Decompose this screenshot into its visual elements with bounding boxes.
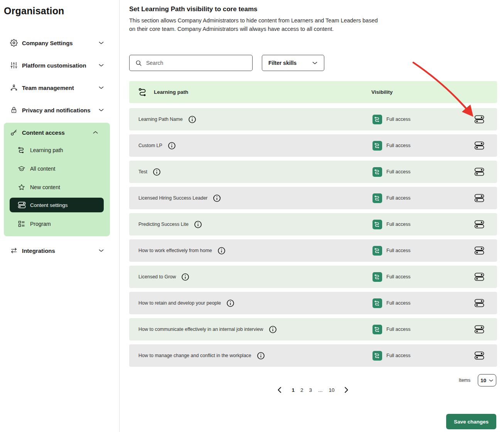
info-icon[interactable] xyxy=(213,194,221,202)
items-per-page-value: 10 xyxy=(480,378,486,383)
learning-path-badge-icon xyxy=(373,115,382,124)
visibility-settings-icon[interactable] xyxy=(474,141,484,150)
visibility-value: Full access xyxy=(386,327,411,332)
learning-path-name: How to retain and develop your people xyxy=(138,300,221,306)
visibility-settings-icon[interactable] xyxy=(474,193,484,203)
info-icon[interactable] xyxy=(226,299,234,307)
sidebar-item-label: Content access xyxy=(22,129,65,136)
learning-path-name: How to communicate effectively in an int… xyxy=(138,327,263,332)
program-list-icon xyxy=(18,220,25,228)
sidebar-item-label: Learning path xyxy=(30,147,63,153)
sidebar-item-company-settings[interactable]: Company Settings xyxy=(0,37,120,48)
sidebar-item-new-content[interactable]: New content xyxy=(4,181,110,193)
info-icon[interactable] xyxy=(153,168,161,176)
chevron-down-icon xyxy=(98,63,104,67)
info-icon[interactable] xyxy=(194,220,202,229)
chevron-down-icon xyxy=(98,108,104,112)
previous-page-icon[interactable] xyxy=(277,387,282,393)
visibility-settings-icon[interactable] xyxy=(474,220,484,229)
table-row: Predicting Success Lite Full access xyxy=(129,213,497,235)
info-icon[interactable] xyxy=(188,115,196,124)
content-access-group: Content access Learning path All content xyxy=(4,123,110,236)
info-icon[interactable] xyxy=(168,142,176,150)
visibility-settings-icon[interactable] xyxy=(474,298,484,308)
page-number[interactable]: 1 xyxy=(291,387,296,393)
search-icon xyxy=(135,59,142,67)
main-content: Set Learning Path visibility to core tea… xyxy=(129,0,497,432)
sidebar-item-label: Team management xyxy=(22,85,74,91)
info-icon[interactable] xyxy=(217,247,226,255)
visibility-value: Full access xyxy=(386,222,411,227)
learning-path-badge-icon xyxy=(373,141,382,151)
learning-path-name: How to work effectively from home xyxy=(138,248,212,253)
sidebar-item-integrations[interactable]: Integrations xyxy=(0,245,120,256)
team-icon xyxy=(10,84,18,91)
visibility-value: Full access xyxy=(386,169,411,174)
key-icon xyxy=(10,129,18,136)
graduation-cap-icon xyxy=(18,165,25,173)
filter-skills-dropdown[interactable]: Filter skills xyxy=(262,55,324,71)
column-header-learning-path: Learning path xyxy=(154,89,188,95)
sidebar-item-content-access[interactable]: Content access xyxy=(4,127,110,138)
visibility-value: Full access xyxy=(386,195,411,201)
learning-path-name: Learning Path Name xyxy=(138,117,183,122)
gear-icon xyxy=(10,39,18,47)
learning-path-name: Test xyxy=(138,169,147,174)
learning-path-badge-icon xyxy=(373,193,382,203)
table-row: Custom LP Full access xyxy=(129,134,497,157)
search-input-container xyxy=(129,55,253,71)
learning-path-name: Licensed Hiring Success Leader xyxy=(138,195,207,201)
next-page-icon[interactable] xyxy=(344,387,349,393)
lock-icon xyxy=(10,106,18,114)
search-input[interactable] xyxy=(146,60,248,66)
learning-path-table: Learning Path Name Full access xyxy=(129,104,497,367)
table-row: Licensed to Grow Full access xyxy=(129,266,497,288)
visibility-value: Full access xyxy=(386,353,411,358)
sidebar-item-label: Platform customisation xyxy=(22,62,86,69)
learning-path-name: Predicting Success Lite xyxy=(138,222,189,227)
visibility-settings-icon[interactable] xyxy=(474,272,484,281)
visibility-settings-icon[interactable] xyxy=(474,351,484,360)
sidebar-item-label: Integrations xyxy=(22,247,55,254)
sidebar-item-label: Privacy and notifications xyxy=(22,107,91,114)
sidebar-item-content-settings[interactable]: Content settings xyxy=(10,198,104,212)
visibility-settings-icon[interactable] xyxy=(474,325,484,334)
sidebar-item-platform-customisation[interactable]: Platform customisation xyxy=(0,60,120,71)
visibility-settings-icon[interactable] xyxy=(474,246,484,255)
sidebar-item-program[interactable]: Program xyxy=(4,218,110,230)
learning-path-badge-icon xyxy=(373,272,382,282)
visibility-settings-icon[interactable] xyxy=(474,115,484,124)
learning-path-name: Custom LP xyxy=(138,143,162,148)
page-number[interactable]: 3 xyxy=(308,387,314,393)
sidebar-item-label: Program xyxy=(30,221,51,227)
info-icon[interactable] xyxy=(269,325,277,334)
table-row: How to manage change and conflict in the… xyxy=(129,344,497,367)
page-title: Organisation xyxy=(4,5,64,17)
section-heading: Set Learning Path visibility to core tea… xyxy=(129,5,258,13)
save-changes-button[interactable]: Save changes xyxy=(446,414,496,429)
info-icon[interactable] xyxy=(181,273,189,281)
table-row: How to communicate effectively in an int… xyxy=(129,318,497,341)
organisation-settings-page: Organisation Company Settings Platform c… xyxy=(0,0,504,432)
table-row: How to retain and develop your people Fu… xyxy=(129,292,497,314)
sidebar-item-learning-path[interactable]: Learning path xyxy=(4,144,110,156)
sidebar-item-all-content[interactable]: All content xyxy=(4,163,110,174)
sidebar-item-team-management[interactable]: Team management xyxy=(0,82,120,93)
page-number[interactable]: 2 xyxy=(299,387,305,393)
items-per-page-select[interactable]: 10 xyxy=(478,374,496,386)
learning-path-badge-icon xyxy=(373,298,382,308)
learning-path-badge-icon xyxy=(373,246,382,256)
page-number[interactable]: 10 xyxy=(327,387,335,393)
chevron-down-icon xyxy=(98,249,104,252)
chevron-down-icon xyxy=(489,379,494,382)
sidebar-item-label: New content xyxy=(30,184,60,190)
pagination-ellipsis: ... xyxy=(317,387,324,393)
sidebar-item-privacy-notifications[interactable]: Privacy and notifications xyxy=(0,105,120,115)
toggles-icon xyxy=(18,201,25,209)
chevron-down-icon xyxy=(312,61,318,65)
visibility-settings-icon[interactable] xyxy=(474,167,484,176)
sidebar-item-label: Content settings xyxy=(30,202,68,208)
learning-path-name: Licensed to Grow xyxy=(138,274,176,280)
chevron-down-icon xyxy=(98,41,104,45)
info-icon[interactable] xyxy=(257,352,265,360)
